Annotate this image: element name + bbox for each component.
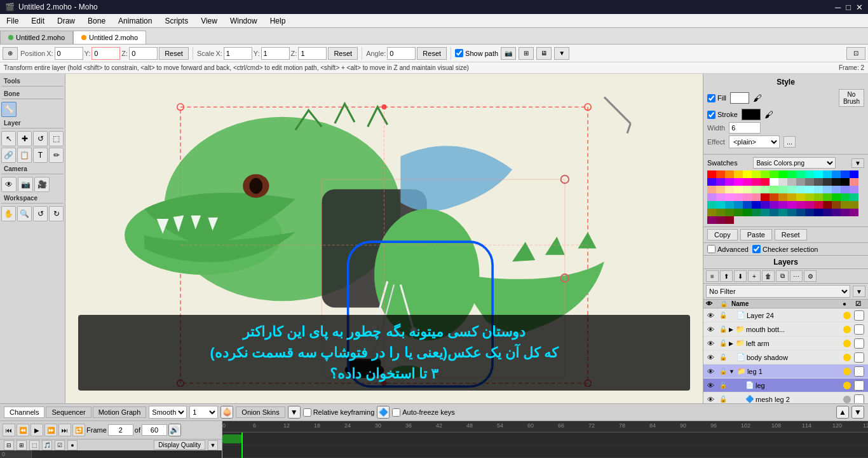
no-brush-button[interactable]: No Brush: [839, 89, 864, 107]
color-cell-14[interactable]: [832, 170, 841, 178]
color-cell-66[interactable]: [841, 193, 850, 201]
checker-selection-checkbox[interactable]: [752, 245, 761, 253]
layer-lock-layer24[interactable]: 🔓: [717, 309, 729, 323]
color-cell-40[interactable]: [761, 186, 770, 193]
tab-2[interactable]: Untitled 2.moho: [73, 31, 146, 44]
color-cell-42[interactable]: [778, 186, 787, 193]
color-cell-91[interactable]: [761, 209, 770, 216]
layers-tb-more[interactable]: ⋯: [790, 270, 803, 282]
color-cell-60[interactable]: [787, 193, 796, 201]
layer-expand-mouth-bott[interactable]: ▶: [729, 326, 733, 333]
color-cell-44[interactable]: [796, 186, 805, 193]
color-cell-59[interactable]: [778, 193, 787, 201]
filter-down-btn[interactable]: ▼: [853, 286, 865, 297]
color-cell-93[interactable]: [778, 209, 787, 216]
width-input[interactable]: [729, 122, 761, 134]
color-cell-75[interactable]: [770, 201, 778, 209]
color-cell-85[interactable]: [707, 209, 716, 216]
color-cell-63[interactable]: [814, 193, 823, 201]
color-cell-23[interactable]: [761, 178, 770, 186]
show-path-label[interactable]: Show path: [455, 49, 498, 57]
color-cell-101[interactable]: [850, 209, 858, 216]
color-cell-83[interactable]: [841, 201, 850, 209]
color-cell-2[interactable]: [725, 170, 734, 178]
channels-tab[interactable]: Channels: [4, 406, 44, 418]
fill-checkbox-label[interactable]: Fill: [707, 94, 726, 102]
tl-up-btn[interactable]: ▲: [836, 406, 849, 419]
z-input[interactable]: [129, 47, 158, 60]
loop-btn[interactable]: 🔁: [72, 424, 85, 436]
layer-item-layer24[interactable]: 👁 🔓 📄 Layer 24: [703, 309, 868, 323]
reset-position-button[interactable]: Reset: [159, 47, 189, 60]
color-cell-48[interactable]: [832, 186, 841, 193]
toolbar-mode-icon[interactable]: ⊕: [3, 47, 18, 60]
stroke-color-swatch[interactable]: [742, 109, 761, 120]
rotate-tool[interactable]: ↺: [33, 131, 48, 146]
color-cell-58[interactable]: [770, 193, 778, 201]
layers-tb-settings[interactable]: ⚙: [804, 270, 817, 282]
color-cell-54[interactable]: [734, 193, 743, 201]
color-cell-78[interactable]: [796, 201, 805, 209]
x-input[interactable]: [55, 47, 83, 60]
reset-button[interactable]: Reset: [775, 229, 807, 240]
color-cell-72[interactable]: [743, 201, 752, 209]
color-cell-96[interactable]: [805, 209, 814, 216]
color-cell-74[interactable]: [761, 201, 770, 209]
close-button[interactable]: ✕: [856, 3, 863, 12]
onion-icon-btn[interactable]: 🧅: [220, 406, 233, 419]
camera-icon-btn[interactable]: 📷: [501, 47, 516, 60]
layer-lock-left-arm[interactable]: 🔓: [717, 337, 729, 350]
color-cell-47[interactable]: [823, 186, 832, 193]
color-cell-95[interactable]: [796, 209, 805, 216]
eye-tool[interactable]: 👁: [1, 177, 17, 192]
step-forward-btn[interactable]: ⏩: [44, 424, 57, 436]
layers-tb-delete[interactable]: 🗑: [762, 270, 775, 282]
current-frame-input[interactable]: [108, 424, 133, 436]
color-cell-52[interactable]: [716, 193, 725, 201]
audio-btn[interactable]: 🔊: [168, 424, 181, 436]
layers-tb-btn2[interactable]: ⬆: [720, 270, 733, 282]
color-cell-11[interactable]: [805, 170, 814, 178]
bone-tool[interactable]: 🦴: [1, 102, 17, 117]
layer-vis-mouth-bott[interactable]: 👁: [703, 323, 717, 337]
menu-help[interactable]: Help: [264, 15, 292, 27]
effect-more-button[interactable]: ...: [783, 136, 796, 148]
color-cell-84[interactable]: [850, 201, 858, 209]
reset-scale-button[interactable]: Reset: [328, 47, 358, 60]
film-tool[interactable]: 🎥: [34, 177, 50, 192]
maximize-button[interactable]: □: [846, 3, 851, 12]
filter-select[interactable]: No Filter: [706, 285, 850, 298]
color-cell-64[interactable]: [823, 193, 832, 201]
goto-end-btn[interactable]: ⏭: [58, 424, 71, 436]
color-cell-34[interactable]: [707, 186, 716, 193]
color-cell-21[interactable]: [743, 178, 752, 186]
color-cell-61[interactable]: [796, 193, 805, 201]
color-cell-71[interactable]: [734, 201, 743, 209]
sy-input[interactable]: [261, 47, 290, 60]
color-cell-50[interactable]: [850, 186, 858, 193]
color-cell-76[interactable]: [778, 201, 787, 209]
color-cell-81[interactable]: [823, 201, 832, 209]
display-chevron-btn[interactable]: ▼: [554, 47, 569, 60]
motion-graph-tab[interactable]: Motion Graph: [93, 406, 147, 418]
advanced-checkbox[interactable]: [707, 245, 715, 253]
color-cell-1[interactable]: [716, 170, 725, 178]
color-cell-17[interactable]: [707, 178, 716, 186]
layer-item-body-shadow[interactable]: 👁 🔓 📄 body shadow: [703, 350, 868, 364]
layer-vis-leg1[interactable]: 👁: [703, 364, 717, 378]
color-cell-10[interactable]: [796, 170, 805, 178]
add-tool[interactable]: ✚: [17, 131, 32, 146]
layer-lock-body-shadow[interactable]: 🔓: [717, 350, 729, 364]
total-frames-input[interactable]: [142, 424, 167, 436]
layers-tb-btn3[interactable]: ⬇: [734, 270, 747, 282]
color-cell-24[interactable]: [770, 178, 778, 186]
fill-checkbox[interactable]: [707, 94, 715, 102]
color-cell-41[interactable]: [770, 186, 778, 193]
sx-input[interactable]: [224, 47, 252, 60]
play-btn[interactable]: ▶: [31, 424, 43, 436]
fullscreen-btn[interactable]: ⊡: [846, 47, 865, 60]
swatches-menu-button[interactable]: ▼: [851, 158, 864, 168]
color-cell-3[interactable]: [734, 170, 743, 178]
grid-icon-btn[interactable]: ⊞: [519, 47, 534, 60]
layer-checkbox-mouth-bott[interactable]: [854, 324, 864, 335]
